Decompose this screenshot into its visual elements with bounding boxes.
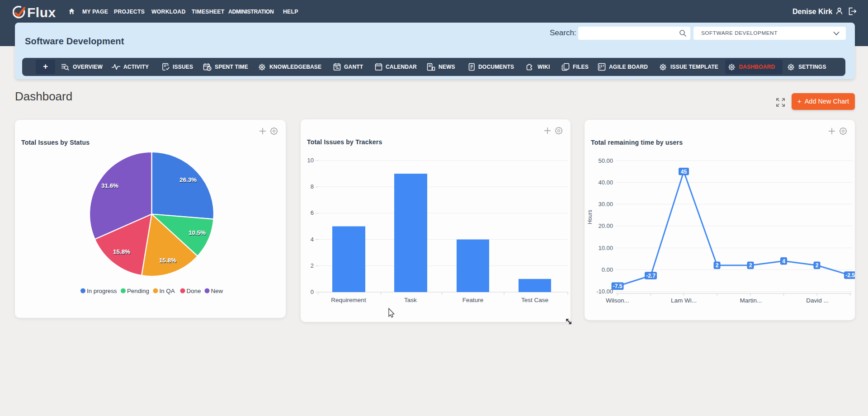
svg-text:20.00: 20.00 (598, 222, 613, 229)
svg-text:2: 2 (716, 262, 719, 269)
svg-text:New: New (211, 288, 223, 294)
svg-text:8: 8 (311, 183, 314, 190)
svg-text:Requirement: Requirement (331, 297, 366, 303)
svg-text:Feature: Feature (462, 297, 484, 303)
svg-text:10: 10 (307, 157, 314, 164)
svg-text:Test Case: Test Case (521, 297, 548, 303)
svg-text:26.3%: 26.3% (179, 176, 197, 183)
svg-text:4: 4 (311, 236, 314, 243)
svg-text:2: 2 (816, 262, 819, 269)
svg-text:-2.5: -2.5 (845, 272, 855, 279)
svg-text:Lam Wi...: Lam Wi... (671, 297, 697, 304)
svg-text:Wilson...: Wilson... (606, 297, 629, 304)
svg-text:-10.00: -10.00 (596, 288, 613, 295)
svg-text:2: 2 (311, 262, 314, 269)
svg-text:31.6%: 31.6% (101, 182, 118, 189)
svg-text:Pending: Pending (127, 288, 149, 294)
svg-text:Martin...: Martin... (740, 297, 762, 304)
svg-text:Task: Task (404, 297, 417, 303)
svg-text:2: 2 (749, 262, 752, 269)
svg-text:6: 6 (311, 209, 314, 216)
svg-text:30.00: 30.00 (598, 201, 613, 208)
svg-text:In progress: In progress (87, 288, 117, 294)
svg-text:50.00: 50.00 (598, 157, 613, 164)
svg-text:4: 4 (782, 258, 785, 265)
svg-text:10.5%: 10.5% (189, 229, 206, 236)
svg-text:David ...: David ... (806, 297, 829, 304)
svg-text:-7.5: -7.5 (613, 283, 623, 289)
svg-text:45: 45 (681, 169, 687, 175)
svg-text:0.00: 0.00 (602, 266, 613, 273)
svg-text:-2.7: -2.7 (646, 273, 656, 279)
svg-text:10.00: 10.00 (598, 245, 613, 251)
svg-text:Done: Done (187, 288, 201, 294)
svg-text:0: 0 (311, 288, 314, 295)
svg-text:40.00: 40.00 (598, 179, 613, 186)
svg-text:15.8%: 15.8% (159, 257, 176, 264)
svg-text:In QA: In QA (160, 288, 175, 294)
svg-text:15.8%: 15.8% (113, 248, 130, 255)
svg-text:Hours: Hours (587, 210, 593, 224)
